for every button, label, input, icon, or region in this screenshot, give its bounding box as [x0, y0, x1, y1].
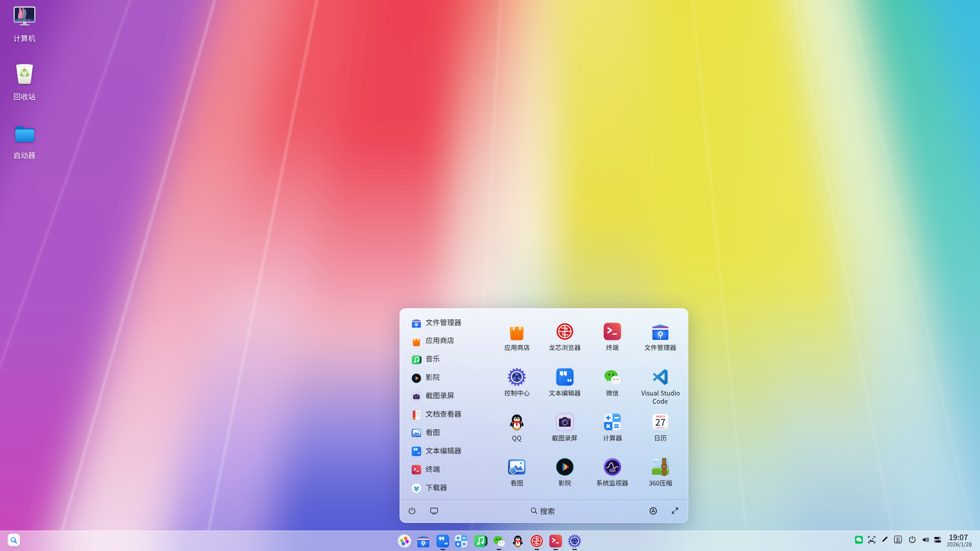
svg-text:CPU: CPU [610, 469, 615, 472]
